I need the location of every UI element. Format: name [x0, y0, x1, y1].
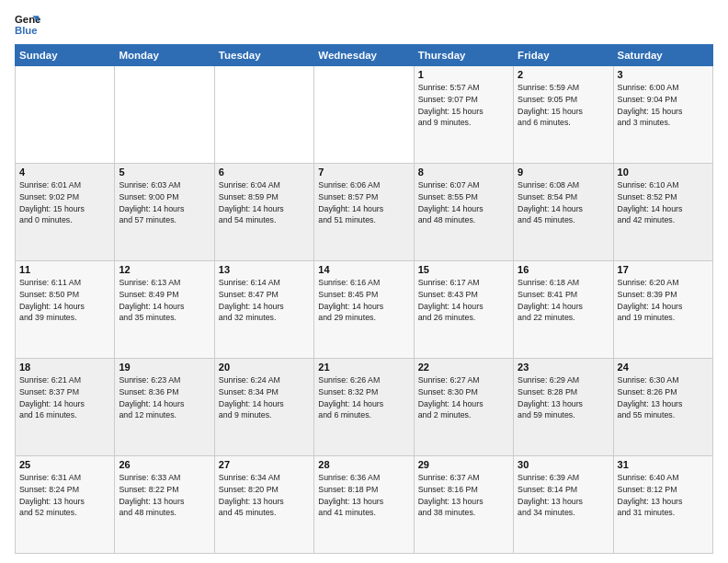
day-number: 8: [418, 167, 509, 178]
day-info: Sunrise: 6:21 AM Sunset: 8:37 PM Dayligh…: [19, 374, 110, 421]
svg-text:Blue: Blue: [15, 25, 38, 36]
day-number: 10: [618, 167, 709, 178]
day-info: Sunrise: 6:04 AM Sunset: 8:59 PM Dayligh…: [219, 179, 310, 226]
calendar-cell: 15Sunrise: 6:17 AM Sunset: 8:43 PM Dayli…: [414, 261, 513, 359]
week-row-4: 18Sunrise: 6:21 AM Sunset: 8:37 PM Dayli…: [16, 359, 713, 456]
day-info: Sunrise: 6:07 AM Sunset: 8:55 PM Dayligh…: [418, 179, 509, 226]
calendar-cell: 29Sunrise: 6:37 AM Sunset: 8:16 PM Dayli…: [414, 456, 513, 554]
day-info: Sunrise: 6:33 AM Sunset: 8:22 PM Dayligh…: [119, 472, 210, 519]
day-number: 29: [418, 459, 509, 470]
calendar-page: General Blue SundayMondayTuesdayWednesda…: [0, 0, 728, 563]
day-number: 27: [219, 459, 310, 470]
calendar-cell: 11Sunrise: 6:11 AM Sunset: 8:50 PM Dayli…: [16, 261, 115, 359]
day-info: Sunrise: 6:29 AM Sunset: 8:28 PM Dayligh…: [518, 374, 609, 421]
calendar-cell: 18Sunrise: 6:21 AM Sunset: 8:37 PM Dayli…: [16, 359, 115, 456]
week-row-1: 1Sunrise: 5:57 AM Sunset: 9:07 PM Daylig…: [16, 66, 713, 164]
calendar-cell: 7Sunrise: 6:06 AM Sunset: 8:57 PM Daylig…: [314, 164, 414, 261]
calendar-cell: [16, 66, 115, 164]
calendar-cell: [115, 66, 214, 164]
week-row-5: 25Sunrise: 6:31 AM Sunset: 8:24 PM Dayli…: [16, 456, 713, 554]
day-info: Sunrise: 6:37 AM Sunset: 8:16 PM Dayligh…: [418, 472, 509, 519]
calendar-cell: 10Sunrise: 6:10 AM Sunset: 8:52 PM Dayli…: [613, 164, 712, 261]
day-info: Sunrise: 6:31 AM Sunset: 8:24 PM Dayligh…: [19, 472, 110, 519]
day-number: 30: [518, 459, 609, 470]
week-row-2: 4Sunrise: 6:01 AM Sunset: 9:02 PM Daylig…: [16, 164, 713, 261]
day-info: Sunrise: 6:10 AM Sunset: 8:52 PM Dayligh…: [618, 179, 709, 226]
header-day-monday: Monday: [115, 45, 214, 66]
week-row-3: 11Sunrise: 6:11 AM Sunset: 8:50 PM Dayli…: [16, 261, 713, 359]
calendar-cell: 26Sunrise: 6:33 AM Sunset: 8:22 PM Dayli…: [115, 456, 214, 554]
calendar-cell: 28Sunrise: 6:36 AM Sunset: 8:18 PM Dayli…: [314, 456, 414, 554]
calendar-cell: [314, 66, 414, 164]
day-number: 6: [219, 167, 310, 178]
header-day-sunday: Sunday: [16, 45, 115, 66]
day-number: 3: [618, 69, 709, 80]
calendar-cell: 1Sunrise: 5:57 AM Sunset: 9:07 PM Daylig…: [414, 66, 513, 164]
day-info: Sunrise: 6:13 AM Sunset: 8:49 PM Dayligh…: [119, 277, 210, 324]
header-day-wednesday: Wednesday: [314, 45, 414, 66]
day-number: 15: [418, 264, 509, 275]
calendar-cell: 2Sunrise: 5:59 AM Sunset: 9:05 PM Daylig…: [514, 66, 613, 164]
calendar-cell: 20Sunrise: 6:24 AM Sunset: 8:34 PM Dayli…: [214, 359, 313, 456]
header-day-friday: Friday: [514, 45, 613, 66]
day-number: 7: [318, 167, 409, 178]
day-number: 4: [19, 167, 110, 178]
day-number: 28: [318, 459, 409, 470]
day-info: Sunrise: 6:17 AM Sunset: 8:43 PM Dayligh…: [418, 277, 509, 324]
day-info: Sunrise: 6:00 AM Sunset: 9:04 PM Dayligh…: [618, 82, 709, 129]
day-number: 23: [518, 362, 609, 373]
calendar-cell: 13Sunrise: 6:14 AM Sunset: 8:47 PM Dayli…: [214, 261, 313, 359]
calendar-cell: 3Sunrise: 6:00 AM Sunset: 9:04 PM Daylig…: [613, 66, 712, 164]
day-info: Sunrise: 5:59 AM Sunset: 9:05 PM Dayligh…: [518, 82, 609, 129]
day-number: 17: [618, 264, 709, 275]
header-day-tuesday: Tuesday: [214, 45, 313, 66]
day-info: Sunrise: 6:08 AM Sunset: 8:54 PM Dayligh…: [518, 179, 609, 226]
calendar-cell: 25Sunrise: 6:31 AM Sunset: 8:24 PM Dayli…: [16, 456, 115, 554]
calendar-cell: 6Sunrise: 6:04 AM Sunset: 8:59 PM Daylig…: [214, 164, 313, 261]
day-number: 2: [518, 69, 609, 80]
day-number: 22: [418, 362, 509, 373]
calendar-cell: 19Sunrise: 6:23 AM Sunset: 8:36 PM Dayli…: [115, 359, 214, 456]
day-info: Sunrise: 6:23 AM Sunset: 8:36 PM Dayligh…: [119, 374, 210, 421]
calendar-cell: 4Sunrise: 6:01 AM Sunset: 9:02 PM Daylig…: [16, 164, 115, 261]
day-info: Sunrise: 6:06 AM Sunset: 8:57 PM Dayligh…: [318, 179, 409, 226]
day-info: Sunrise: 6:30 AM Sunset: 8:26 PM Dayligh…: [618, 374, 709, 421]
calendar-cell: 14Sunrise: 6:16 AM Sunset: 8:45 PM Dayli…: [314, 261, 414, 359]
calendar-header: SundayMondayTuesdayWednesdayThursdayFrid…: [16, 45, 713, 66]
day-number: 19: [119, 362, 210, 373]
day-number: 31: [618, 459, 709, 470]
calendar-table: SundayMondayTuesdayWednesdayThursdayFrid…: [15, 44, 713, 554]
day-info: Sunrise: 6:24 AM Sunset: 8:34 PM Dayligh…: [219, 374, 310, 421]
logo-icon: General Blue: [15, 11, 40, 37]
day-info: Sunrise: 6:40 AM Sunset: 8:12 PM Dayligh…: [618, 472, 709, 519]
calendar-cell: 24Sunrise: 6:30 AM Sunset: 8:26 PM Dayli…: [613, 359, 712, 456]
day-number: 5: [119, 167, 210, 178]
day-number: 11: [19, 264, 110, 275]
calendar-cell: 16Sunrise: 6:18 AM Sunset: 8:41 PM Dayli…: [514, 261, 613, 359]
day-info: Sunrise: 6:14 AM Sunset: 8:47 PM Dayligh…: [219, 277, 310, 324]
calendar-cell: 27Sunrise: 6:34 AM Sunset: 8:20 PM Dayli…: [214, 456, 313, 554]
day-number: 25: [19, 459, 110, 470]
calendar-cell: 22Sunrise: 6:27 AM Sunset: 8:30 PM Dayli…: [414, 359, 513, 456]
day-number: 9: [518, 167, 609, 178]
calendar-cell: 31Sunrise: 6:40 AM Sunset: 8:12 PM Dayli…: [613, 456, 712, 554]
header: General Blue: [15, 11, 713, 37]
day-info: Sunrise: 6:34 AM Sunset: 8:20 PM Dayligh…: [219, 472, 310, 519]
day-info: Sunrise: 5:57 AM Sunset: 9:07 PM Dayligh…: [418, 82, 509, 129]
calendar-cell: 17Sunrise: 6:20 AM Sunset: 8:39 PM Dayli…: [613, 261, 712, 359]
day-info: Sunrise: 6:01 AM Sunset: 9:02 PM Dayligh…: [19, 179, 110, 226]
day-info: Sunrise: 6:39 AM Sunset: 8:14 PM Dayligh…: [518, 472, 609, 519]
day-info: Sunrise: 6:20 AM Sunset: 8:39 PM Dayligh…: [618, 277, 709, 324]
day-number: 20: [219, 362, 310, 373]
day-info: Sunrise: 6:36 AM Sunset: 8:18 PM Dayligh…: [318, 472, 409, 519]
day-number: 18: [19, 362, 110, 373]
day-number: 26: [119, 459, 210, 470]
calendar-cell: 21Sunrise: 6:26 AM Sunset: 8:32 PM Dayli…: [314, 359, 414, 456]
day-info: Sunrise: 6:11 AM Sunset: 8:50 PM Dayligh…: [19, 277, 110, 324]
calendar-cell: 23Sunrise: 6:29 AM Sunset: 8:28 PM Dayli…: [514, 359, 613, 456]
day-number: 24: [618, 362, 709, 373]
calendar-cell: 9Sunrise: 6:08 AM Sunset: 8:54 PM Daylig…: [514, 164, 613, 261]
calendar-cell: [214, 66, 313, 164]
day-number: 12: [119, 264, 210, 275]
day-info: Sunrise: 6:18 AM Sunset: 8:41 PM Dayligh…: [518, 277, 609, 324]
